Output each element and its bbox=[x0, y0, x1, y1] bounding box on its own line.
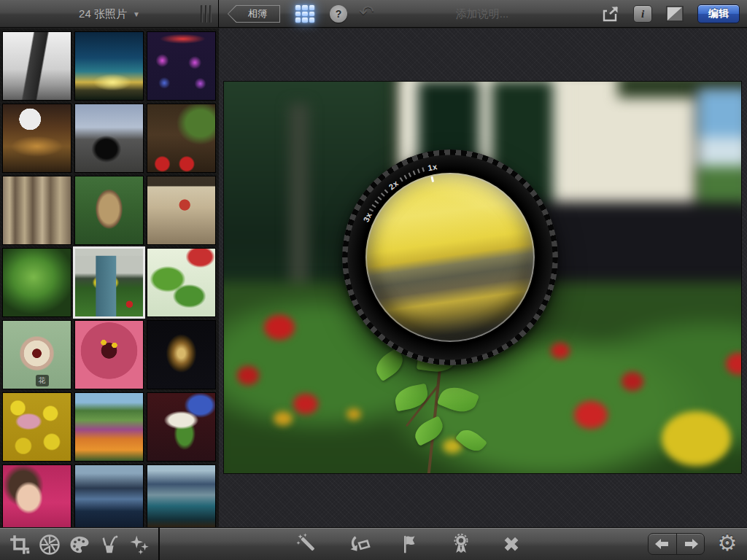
thumbnail-flower-mound[interactable] bbox=[75, 393, 143, 461]
previous-photo-button[interactable] bbox=[649, 534, 676, 554]
next-photo-button[interactable] bbox=[676, 534, 704, 554]
brushes-icon bbox=[98, 534, 120, 556]
chevron-down-icon: ▼ bbox=[133, 10, 140, 18]
bottom-toolbar: ⚙ bbox=[0, 527, 747, 560]
help-button[interactable]: ? bbox=[330, 5, 347, 23]
back-button-label: 相簿 bbox=[248, 7, 267, 20]
rotate-button[interactable] bbox=[347, 532, 371, 556]
favorite-button[interactable] bbox=[449, 532, 473, 556]
help-icon: ? bbox=[336, 8, 342, 20]
thumbnail-lake-bare-tree[interactable] bbox=[75, 465, 143, 527]
flower-badge: 花 bbox=[36, 375, 49, 386]
edit-button[interactable]: 编辑 bbox=[697, 4, 740, 23]
thumbnail-green-tree[interactable] bbox=[3, 249, 71, 316]
flag-icon bbox=[398, 533, 420, 555]
thumbnail-night-building[interactable] bbox=[147, 321, 215, 389]
iphoto-app: 24 张照片 ▼ 相簿 ? ↶ 添加说明... bbox=[0, 0, 747, 560]
thumbnail-sidebar: 花 bbox=[0, 28, 219, 527]
caption-input[interactable]: 添加说明... bbox=[456, 0, 509, 28]
thumbnail-canon-store[interactable] bbox=[147, 32, 215, 100]
editor-canvas: 3x 2x 1x bbox=[219, 28, 747, 527]
thumbnail-leaf-on-grass[interactable] bbox=[75, 176, 143, 244]
undo-icon: ↶ bbox=[359, 1, 374, 22]
share-button[interactable] bbox=[601, 5, 620, 23]
arrow-left-icon bbox=[654, 537, 670, 551]
photo-count-dropdown[interactable]: 24 张照片 ▼ bbox=[79, 0, 140, 28]
compare-original-icon bbox=[665, 5, 684, 23]
thumbnail-lake-clouds[interactable] bbox=[147, 465, 215, 527]
top-toolbar: 24 张照片 ▼ 相簿 ? ↶ 添加说明... bbox=[0, 0, 747, 28]
rotate-icon bbox=[347, 532, 371, 556]
color-button[interactable] bbox=[67, 532, 92, 557]
thumbnail-black-bird[interactable] bbox=[75, 104, 143, 172]
info-icon: i bbox=[641, 8, 644, 20]
photo-red-flower bbox=[574, 401, 608, 429]
photo-red-flower bbox=[551, 343, 570, 359]
caption-placeholder: 添加说明... bbox=[456, 7, 509, 21]
photo-count-label: 24 张照片 bbox=[79, 7, 127, 21]
thumbnail-mannequin-window[interactable] bbox=[147, 176, 215, 244]
thumbnail-street-phone-booths[interactable] bbox=[147, 104, 215, 172]
loupe-glass bbox=[365, 173, 535, 342]
edit-button-label: 编辑 bbox=[708, 7, 729, 20]
sparkles-icon bbox=[128, 534, 150, 556]
thumbnail-sunset-sky[interactable] bbox=[75, 32, 143, 100]
current-photo[interactable]: 3x 2x 1x bbox=[224, 82, 741, 473]
photo-red-flower bbox=[237, 366, 259, 385]
x-icon bbox=[500, 533, 522, 555]
top-toolbar-sidebar-section: 24 张照片 ▼ bbox=[0, 0, 219, 28]
top-right-actions: i 编辑 bbox=[601, 0, 740, 28]
thumbnail-garden-current-photo[interactable] bbox=[75, 249, 143, 316]
hide-photo-button[interactable] bbox=[499, 532, 524, 556]
thumbnail-grid-toggle-button[interactable] bbox=[295, 4, 315, 23]
thumbnail-pink-flower[interactable] bbox=[75, 321, 143, 389]
palette-icon bbox=[69, 534, 90, 556]
thumbnail-girl-portrait[interactable] bbox=[3, 465, 71, 527]
loupe-magnifier[interactable]: 3x 2x 1x bbox=[342, 149, 558, 365]
photo-red-flower bbox=[264, 315, 295, 340]
top-toolbar-main-section: 相簿 ? ↶ 添加说明... bbox=[219, 0, 747, 28]
photo-yellow-flowers bbox=[662, 411, 731, 466]
thumbnail-yellow-flowers[interactable] bbox=[3, 393, 71, 461]
thumbnail-white-red-flower[interactable]: 花 bbox=[3, 321, 71, 389]
auto-enhance-button[interactable] bbox=[295, 532, 320, 556]
award-ribbon-icon bbox=[450, 533, 472, 555]
arrow-right-icon bbox=[683, 537, 699, 551]
share-icon bbox=[601, 5, 620, 23]
brushes-button[interactable] bbox=[97, 532, 122, 557]
crop-button[interactable] bbox=[7, 532, 32, 557]
sidebar-resize-grip[interactable] bbox=[201, 5, 212, 23]
thumbnail-bw-skyscraper[interactable] bbox=[3, 32, 71, 100]
photo-red-flower bbox=[622, 372, 643, 391]
exposure-button[interactable] bbox=[37, 532, 62, 557]
gear-icon: ⚙ bbox=[718, 532, 738, 554]
undo-button[interactable]: ↶ bbox=[359, 1, 374, 23]
thumbnail-grid: 花 bbox=[3, 32, 215, 527]
thumbnail-mojito-bar[interactable] bbox=[3, 104, 71, 172]
thumbnail-stone-building[interactable] bbox=[3, 176, 71, 244]
magic-wand-icon bbox=[295, 532, 319, 556]
photo-red-flower bbox=[293, 394, 318, 414]
photo-navigation-group bbox=[648, 533, 705, 555]
show-original-button[interactable] bbox=[665, 5, 684, 23]
thumbnail-leaves-red-flowers[interactable] bbox=[147, 249, 215, 316]
back-to-albums-button[interactable]: 相簿 bbox=[228, 5, 280, 23]
settings-button[interactable]: ⚙ bbox=[715, 531, 740, 556]
effects-button[interactable] bbox=[127, 532, 152, 557]
edit-tools-section bbox=[0, 528, 160, 560]
thumbnail-vase-flowers[interactable] bbox=[147, 393, 215, 461]
aperture-icon bbox=[39, 534, 61, 556]
photo-yellow-flower bbox=[274, 411, 293, 426]
crop-icon bbox=[9, 534, 30, 555]
info-button[interactable]: i bbox=[633, 5, 652, 23]
flag-button[interactable] bbox=[397, 532, 422, 556]
